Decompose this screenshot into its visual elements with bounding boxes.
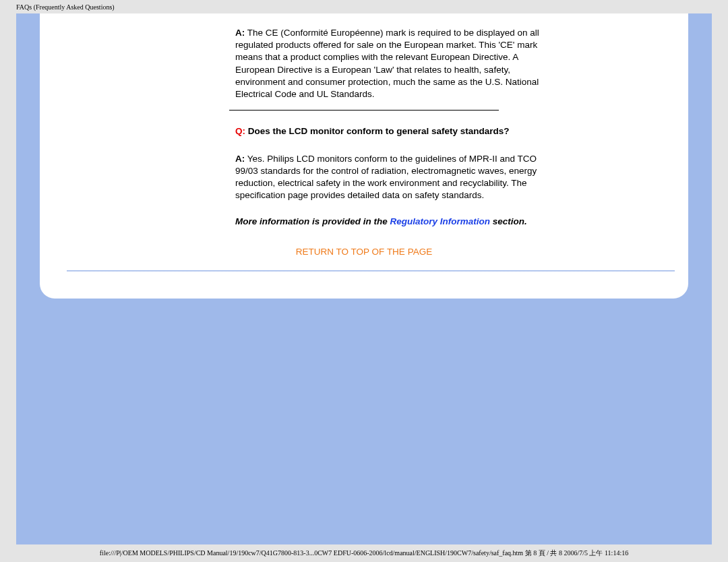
answer-2-label: A: — [235, 154, 245, 164]
answer-1-label: A: — [235, 28, 245, 38]
page-background: A: The CE (Conformité Européenne) mark i… — [16, 13, 712, 544]
return-to-top-link[interactable]: RETURN TO TOP OF THE PAGE — [40, 247, 688, 257]
question-2: Q: Does the LCD monitor conform to gener… — [235, 125, 553, 137]
content-card: A: The CE (Conformité Européenne) mark i… — [40, 13, 688, 299]
question-2-label: Q: — [235, 126, 245, 136]
more-info-post: section. — [490, 216, 527, 226]
answer-1-text: The CE (Conformité Européenne) mark is r… — [235, 28, 539, 99]
answer-1: A: The CE (Conformité Européenne) mark i… — [235, 27, 553, 100]
page-header-title: FAQs (Frequently Asked Questions) — [16, 3, 115, 11]
regulatory-information-link[interactable]: Regulatory Information — [390, 216, 491, 226]
bottom-separator — [67, 270, 675, 272]
content-area: A: The CE (Conformité Européenne) mark i… — [40, 13, 688, 272]
answer-2: A: Yes. Philips LCD monitors conform to … — [235, 153, 553, 202]
divider-1 — [229, 110, 499, 111]
footer-path: file:///P|/OEM MODELS/PHILIPS/CD Manual/… — [0, 549, 728, 558]
more-info-line: More information is provided in the Regu… — [235, 216, 553, 226]
answer-2-text: Yes. Philips LCD monitors conform to the… — [235, 154, 537, 201]
more-info-pre: More information is provided in the — [235, 216, 390, 226]
question-2-text: Does the LCD monitor conform to general … — [245, 126, 510, 136]
